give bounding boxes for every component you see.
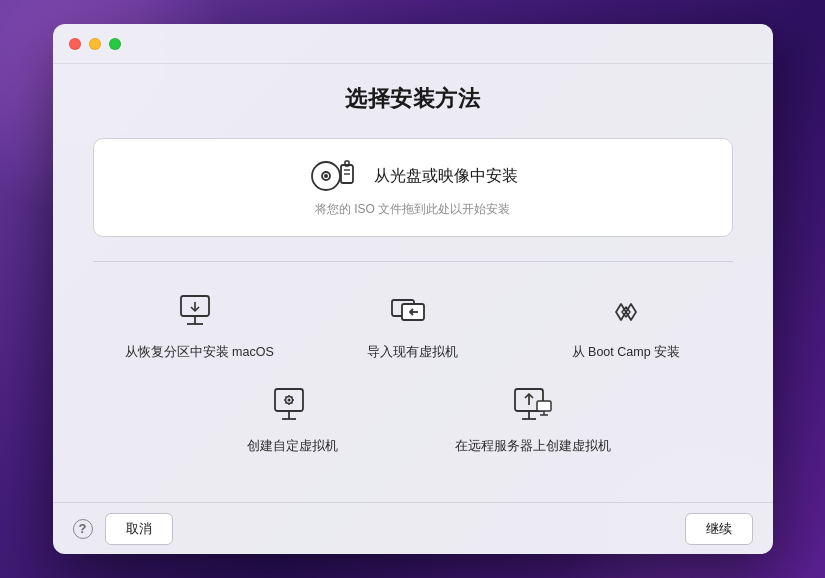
close-button[interactable] <box>69 38 81 50</box>
svg-line-25 <box>285 397 286 398</box>
continue-button[interactable]: 继续 <box>685 513 753 545</box>
minimize-button[interactable] <box>89 38 101 50</box>
content-area: 选择安装方法 从光盘或映像中安装 将您的 ISO 文件拖到此处以开始安 <box>53 64 773 502</box>
svg-line-27 <box>291 397 292 398</box>
main-window: 选择安装方法 从光盘或映像中安装 将您的 ISO 文件拖到此处以开始安 <box>53 24 773 554</box>
traffic-lights <box>69 38 121 50</box>
grid-row-1: 从恢复分区中安装 macOS 导入现有虚拟机 <box>93 278 733 368</box>
help-button[interactable]: ? <box>73 519 93 539</box>
page-title: 选择安装方法 <box>345 84 480 114</box>
cancel-button[interactable]: 取消 <box>105 513 173 545</box>
title-bar <box>53 24 773 64</box>
custom-vm-icon <box>271 384 315 428</box>
bootcamp-option[interactable]: 从 Boot Camp 安装 <box>519 278 732 368</box>
bootcamp-icon <box>604 290 648 334</box>
svg-marker-13 <box>616 304 626 320</box>
footer-left: ? 取消 <box>73 513 173 545</box>
primary-option-hint: 将您的 ISO 文件拖到此处以开始安装 <box>315 201 510 218</box>
primary-option-label: 从光盘或映像中安装 <box>374 166 518 187</box>
svg-line-28 <box>285 402 286 403</box>
svg-line-26 <box>291 402 292 403</box>
grid-row-2: 创建自定虚拟机 <box>173 372 653 462</box>
primary-option-row: 从光盘或映像中安装 <box>308 157 518 195</box>
import-option[interactable]: 导入现有虚拟机 <box>306 278 519 368</box>
footer: ? 取消 继续 <box>53 502 773 554</box>
svg-point-2 <box>324 174 328 178</box>
import-label: 导入现有虚拟机 <box>367 344 458 360</box>
iso-install-option[interactable]: 从光盘或映像中安装 将您的 ISO 文件拖到此处以开始安装 <box>93 138 733 237</box>
maximize-button[interactable] <box>109 38 121 50</box>
recovery-option[interactable]: 从恢复分区中安装 macOS <box>93 278 306 368</box>
recovery-label: 从恢复分区中安装 macOS <box>125 344 274 360</box>
svg-marker-14 <box>626 304 636 320</box>
svg-rect-4 <box>345 161 349 166</box>
remote-vm-label: 在远程服务器上创建虚拟机 <box>455 438 611 454</box>
svg-rect-33 <box>537 401 551 411</box>
dvd-usb-icon <box>308 157 360 195</box>
bootcamp-label: 从 Boot Camp 安装 <box>572 344 680 360</box>
divider <box>93 261 733 262</box>
import-icon <box>390 290 434 334</box>
remote-vm-icon <box>511 384 555 428</box>
custom-vm-label: 创建自定虚拟机 <box>247 438 338 454</box>
custom-vm-option[interactable]: 创建自定虚拟机 <box>173 372 413 462</box>
recovery-icon <box>177 290 221 334</box>
remote-vm-option[interactable]: 在远程服务器上创建虚拟机 <box>413 372 653 462</box>
svg-point-20 <box>287 399 290 402</box>
